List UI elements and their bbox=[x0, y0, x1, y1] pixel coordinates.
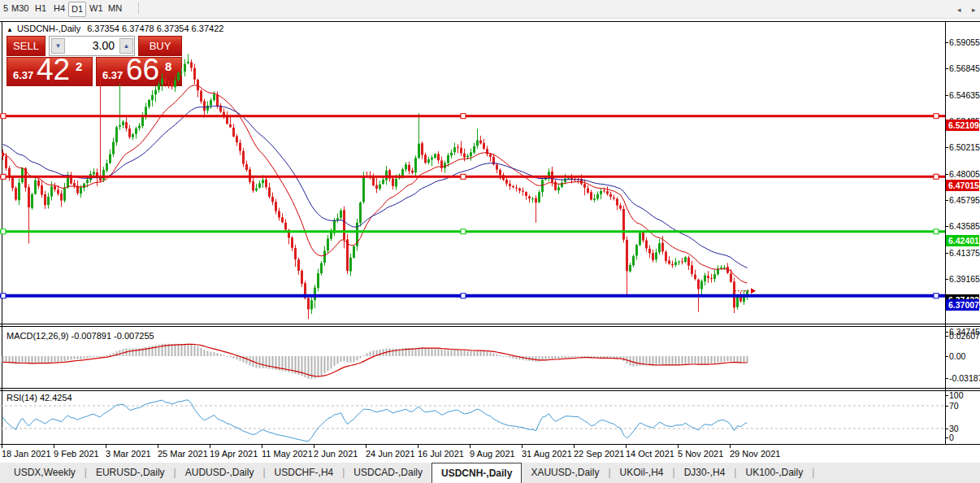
price-tick-dash bbox=[945, 226, 948, 227]
date-tick bbox=[470, 445, 470, 448]
price-tick-label: 6.54635 bbox=[949, 90, 980, 100]
tab-usdchf-h4[interactable]: USDCHF-,H4 bbox=[266, 463, 343, 483]
macd-tick-label: -0.03187 bbox=[949, 373, 980, 383]
tabs-scroll-left-icon[interactable]: ◂ bbox=[957, 6, 961, 14]
tabs-scroll-right-icon[interactable]: ▸ bbox=[972, 6, 976, 14]
timeframe-d1[interactable]: D1 bbox=[68, 2, 86, 17]
rsi-tick-dash bbox=[945, 395, 948, 396]
date-label: 11 May 2021 bbox=[262, 449, 313, 459]
price-tick-label: 6.59055 bbox=[949, 37, 980, 47]
price-axis[interactable]: 6.590556.568456.546356.524256.502156.480… bbox=[945, 21, 980, 462]
date-label: 31 Aug 2021 bbox=[522, 449, 572, 459]
date-label: 19 Apr 2021 bbox=[210, 449, 258, 459]
price-tick-dash bbox=[945, 253, 948, 254]
tab-eurusd-daily[interactable]: EURUSD-,Daily bbox=[87, 463, 174, 483]
trading-terminal-window: 5M30H1H4D1W1MN ▲USDCNH-,Daily6.37354 6.3… bbox=[0, 0, 980, 483]
macd-tick-label: 0.02607 bbox=[949, 331, 980, 341]
date-label: 18 Jan 2021 bbox=[2, 449, 51, 459]
price-tick-dash bbox=[945, 174, 948, 175]
timeframe-w1[interactable]: W1 bbox=[87, 2, 106, 15]
date-label: 14 Oct 2021 bbox=[626, 449, 674, 459]
date-label: 2 Jun 2021 bbox=[314, 449, 358, 459]
splitter-main-macd-2[interactable] bbox=[0, 326, 980, 327]
date-label: 29 Nov 2021 bbox=[730, 449, 780, 459]
date-label: 3 Mar 2021 bbox=[106, 449, 151, 459]
price-tick-label: 6.48005 bbox=[949, 169, 980, 179]
macd-tick-dash bbox=[945, 378, 948, 379]
hline-6-42401[interactable] bbox=[0, 229, 945, 234]
macd-signal-line bbox=[3, 344, 748, 376]
date-tick bbox=[262, 445, 262, 448]
date-label: 24 Jun 2021 bbox=[366, 449, 415, 459]
date-label: 9 Feb 2021 bbox=[54, 449, 99, 459]
price-tick-label: 6.45795 bbox=[949, 195, 980, 205]
price-tick-dash bbox=[945, 147, 948, 148]
timeframe-toolbar: 5M30H1H4D1W1MN bbox=[0, 0, 980, 19]
timeframe-h4[interactable]: H4 bbox=[51, 2, 67, 15]
splitter-macd-rsi[interactable] bbox=[0, 388, 980, 389]
price-tick-label: 6.50215 bbox=[949, 142, 980, 152]
date-label: 9 Aug 2021 bbox=[470, 449, 515, 459]
date-tick bbox=[626, 445, 627, 448]
price-tick-dash bbox=[945, 279, 948, 280]
tab-dj30-h4[interactable]: DJ30-,H4 bbox=[675, 463, 735, 483]
timeframe-m30[interactable]: M30 bbox=[9, 2, 31, 15]
price-tick-dash bbox=[945, 68, 948, 69]
hline-6-37007[interactable] bbox=[0, 294, 945, 298]
tab-usdx-weekly[interactable]: USDX,Weekly bbox=[5, 463, 85, 483]
tab-audusd-daily[interactable]: AUDUSD-,Daily bbox=[176, 463, 263, 483]
slow-ma-line bbox=[3, 106, 748, 268]
price-tick-dash bbox=[945, 332, 948, 333]
price-tick-dash bbox=[945, 200, 948, 201]
macd-histogram bbox=[2, 344, 748, 380]
date-label: 22 Sep 2021 bbox=[574, 449, 624, 459]
rsi-indicator-panel[interactable] bbox=[0, 391, 945, 443]
tab-xauusd-daily[interactable]: XAUUSD-,Daily bbox=[522, 463, 608, 483]
rsi-tick-label: 100 bbox=[949, 390, 964, 400]
tab-uk100-daily[interactable]: UK100-,Daily bbox=[736, 463, 812, 483]
date-label: 5 Nov 2021 bbox=[678, 449, 723, 459]
tab-usdcnh-daily[interactable]: USDCNH-,Daily bbox=[431, 463, 522, 483]
price-tick-label: 6.39165 bbox=[949, 274, 980, 284]
price-tick-label: 6.56845 bbox=[949, 63, 980, 73]
rsi-line bbox=[3, 400, 748, 442]
macd-tick-dash bbox=[945, 336, 948, 337]
macd-tick-label: 0.00 bbox=[949, 351, 965, 361]
hline-6-47015[interactable] bbox=[0, 174, 945, 179]
chart-tab-bar: USDX,Weekly|EURUSD-,Daily|AUDUSD-,Daily|… bbox=[0, 463, 980, 483]
price-tick-dash bbox=[945, 95, 948, 96]
price-badge-6-52109: 6.52109 bbox=[946, 120, 979, 131]
rsi-tick-dash bbox=[945, 406, 948, 407]
macd-label: MACD(12,26,9) -0.007891 -0.007255 bbox=[7, 331, 154, 341]
date-tick bbox=[106, 445, 106, 448]
rsi-tick-label: 0 bbox=[949, 433, 954, 442]
price-badge-6-47015: 6.47015 bbox=[946, 180, 979, 191]
candlestick-svg bbox=[0, 21, 945, 324]
date-tick bbox=[158, 445, 158, 448]
date-tick bbox=[2, 445, 2, 448]
date-axis[interactable]: 18 Jan 20219 Feb 20213 Mar 202125 Mar 20… bbox=[0, 444, 980, 463]
timeframe-mn[interactable]: MN bbox=[106, 2, 124, 15]
rsi-label: RSI(14) 42.4254 bbox=[7, 393, 72, 402]
price-tick-dash bbox=[945, 42, 948, 43]
tab-ukoil-h4[interactable]: UKOil-,H4 bbox=[611, 463, 673, 483]
date-label: 25 Mar 2021 bbox=[158, 449, 208, 459]
tab-usdcad-daily[interactable]: USDCAD-,Daily bbox=[345, 463, 431, 483]
date-tick bbox=[366, 445, 366, 448]
candles-group bbox=[2, 54, 748, 319]
date-tick bbox=[730, 445, 731, 448]
timeframe-h1[interactable]: H1 bbox=[33, 2, 49, 15]
main-price-chart[interactable] bbox=[0, 21, 945, 324]
macd-tick-dash bbox=[945, 356, 948, 357]
rsi-tick-dash bbox=[945, 429, 948, 429]
toolbar-separator bbox=[138, 2, 139, 15]
date-tick bbox=[210, 445, 210, 448]
date-tick bbox=[522, 445, 523, 448]
date-tick bbox=[314, 445, 314, 448]
price-badge-6-37007: 6.37007 bbox=[946, 299, 979, 311]
date-tick bbox=[574, 445, 575, 448]
price-badge-6-42401: 6.42401 bbox=[946, 235, 979, 246]
splitter-main-macd[interactable] bbox=[0, 324, 980, 324]
tab-separator: | bbox=[812, 463, 814, 483]
rsi-tick-label: 70 bbox=[949, 401, 959, 411]
